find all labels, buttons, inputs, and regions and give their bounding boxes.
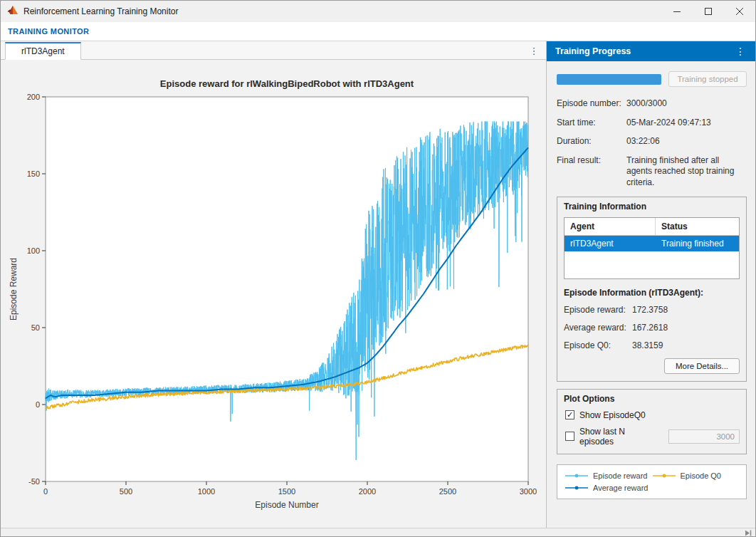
svg-text:Episode Reward: Episode Reward bbox=[9, 258, 19, 320]
maximize-button[interactable] bbox=[693, 1, 724, 22]
app-window: Reinforcement Learning Training Monitor … bbox=[0, 0, 756, 537]
training-stop-button[interactable]: Training stopped bbox=[668, 71, 747, 87]
field-value: 3000/3000 bbox=[626, 98, 747, 110]
legend-line-icon bbox=[565, 484, 589, 491]
training-progress-bar bbox=[557, 74, 661, 85]
progress-row: Training stopped bbox=[557, 71, 747, 87]
last-n-episodes-input[interactable] bbox=[668, 429, 740, 444]
titlebar: Reinforcement Learning Training Monitor bbox=[1, 1, 755, 22]
status-bar bbox=[1, 528, 755, 537]
svg-text:50: 50 bbox=[31, 323, 40, 332]
legend-item-episode-reward: Episode reward bbox=[565, 471, 652, 480]
minimize-icon bbox=[673, 8, 681, 15]
cell-agent: rlTD3Agent bbox=[565, 236, 656, 251]
field-label: Average reward: bbox=[564, 323, 632, 333]
episode-reward-row: Episode reward: 172.3758 bbox=[564, 305, 740, 315]
checkbox-icon[interactable] bbox=[565, 432, 574, 441]
show-episodeq0-checkbox-row[interactable]: ✓ Show EpisodeQ0 bbox=[565, 410, 740, 420]
window-controls bbox=[661, 1, 755, 22]
average-reward-row: Average reward: 167.2618 bbox=[564, 323, 740, 333]
chart-area: -50050100150200050010001500200025003000E… bbox=[1, 60, 546, 528]
more-details-row: More Details... bbox=[564, 358, 740, 374]
svg-text:1500: 1500 bbox=[278, 487, 295, 496]
field-value: 05-Mar-2024 09:47:13 bbox=[626, 118, 747, 129]
field-value: 03:22:06 bbox=[626, 136, 747, 147]
plot-options-panel: Plot Options ✓ Show EpisodeQ0 Show last … bbox=[557, 389, 747, 454]
field-start-time: Start time: 05-Mar-2024 09:47:13 bbox=[557, 118, 747, 129]
field-value: 172.3758 bbox=[632, 305, 668, 315]
legend-item-episode-q0: Episode Q0 bbox=[652, 471, 740, 480]
svg-text:3000: 3000 bbox=[520, 487, 537, 496]
minimize-button[interactable] bbox=[661, 1, 693, 22]
plot-options-title: Plot Options bbox=[564, 394, 740, 404]
main-content: rlTD3Agent ⋮ -50050100150200050010001500… bbox=[1, 41, 755, 528]
ribbon: TRAINING MONITOR bbox=[1, 22, 755, 41]
chart-legend: Episode reward Episode Q0 Average reward bbox=[557, 464, 747, 499]
svg-text:0: 0 bbox=[36, 400, 40, 409]
training-progress-header: Training Progress ⋮ bbox=[547, 41, 755, 61]
svg-text:2000: 2000 bbox=[359, 487, 376, 496]
field-label: Duration: bbox=[557, 136, 626, 146]
svg-text:200: 200 bbox=[27, 93, 40, 101]
tab-training-monitor[interactable]: TRAINING MONITOR bbox=[8, 27, 89, 36]
column-header-status: Status bbox=[656, 218, 739, 235]
svg-text:0: 0 bbox=[43, 487, 48, 496]
legend-label: Average reward bbox=[593, 484, 648, 492]
training-progress-title: Training Progress bbox=[555, 46, 733, 56]
field-label: Start time: bbox=[557, 118, 626, 127]
checkbox-label: Show last N episodes bbox=[579, 427, 658, 447]
svg-text:2500: 2500 bbox=[439, 487, 456, 496]
matlab-icon bbox=[7, 5, 19, 18]
tab-overflow-menu-icon[interactable]: ⋮ bbox=[527, 43, 540, 58]
episode-q0-row: Episode Q0: 38.3159 bbox=[564, 340, 740, 350]
legend-line-icon bbox=[565, 472, 589, 479]
training-information-title: Training Information bbox=[564, 202, 740, 212]
svg-text:-50: -50 bbox=[28, 477, 40, 486]
svg-text:500: 500 bbox=[120, 487, 132, 496]
show-last-n-episodes-checkbox-row[interactable]: Show last N episodes bbox=[565, 427, 740, 447]
svg-text:Episode Number: Episode Number bbox=[255, 500, 318, 510]
statusbar-expand-icon[interactable] bbox=[744, 530, 752, 536]
agent-status-table: Agent Status rlTD3Agent Training finishe… bbox=[564, 217, 740, 279]
episode-information-title: Episode Information (rlTD3Agent): bbox=[564, 288, 740, 298]
field-label: Episode reward: bbox=[564, 305, 632, 315]
field-value: Training finished after all agents reach… bbox=[626, 155, 747, 189]
maximize-icon bbox=[705, 8, 712, 15]
svg-text:1000: 1000 bbox=[198, 487, 215, 496]
table-empty-area bbox=[565, 251, 739, 278]
panel-menu-icon[interactable]: ⋮ bbox=[733, 46, 748, 57]
legend-label: Episode Q0 bbox=[681, 471, 721, 480]
table-header-row: Agent Status bbox=[565, 218, 739, 236]
training-information-panel: Training Information Agent Status rlTD3A… bbox=[557, 197, 747, 382]
episode-reward-chart: -50050100150200050010001500200025003000E… bbox=[1, 60, 546, 526]
field-value: 38.3159 bbox=[632, 340, 663, 350]
training-progress-body: Training stopped Episode number: 3000/30… bbox=[547, 61, 755, 528]
close-icon bbox=[736, 8, 743, 15]
tab-label: rlTD3Agent bbox=[21, 46, 65, 56]
figure-area: rlTD3Agent ⋮ -50050100150200050010001500… bbox=[1, 41, 546, 528]
field-final-result: Final result: Training finished after al… bbox=[557, 155, 747, 189]
training-progress-fill bbox=[557, 74, 661, 85]
field-label: Episode number: bbox=[557, 98, 626, 108]
tab-rltd3agent[interactable]: rlTD3Agent bbox=[5, 42, 81, 60]
training-progress-panel: Training Progress ⋮ Training stopped Epi… bbox=[546, 41, 755, 528]
document-tabbar: rlTD3Agent ⋮ bbox=[1, 41, 546, 60]
checkbox-label: Show EpisodeQ0 bbox=[579, 410, 646, 420]
table-row[interactable]: rlTD3Agent Training finished bbox=[565, 236, 739, 251]
field-episode-number: Episode number: 3000/3000 bbox=[557, 98, 747, 110]
window-title: Reinforcement Learning Training Monitor bbox=[23, 6, 661, 16]
checkbox-icon[interactable]: ✓ bbox=[565, 410, 574, 419]
field-value: 167.2618 bbox=[632, 323, 668, 333]
field-label: Final result: bbox=[557, 155, 626, 165]
cell-status: Training finished bbox=[656, 236, 739, 251]
svg-text:150: 150 bbox=[27, 170, 40, 178]
legend-line-icon bbox=[652, 472, 676, 479]
legend-item-average-reward: Average reward bbox=[565, 484, 652, 492]
svg-text:Episode reward for rlWalkingBi: Episode reward for rlWalkingBipedRobot w… bbox=[160, 78, 414, 89]
field-label: Episode Q0: bbox=[564, 340, 632, 350]
svg-text:100: 100 bbox=[27, 246, 40, 255]
column-header-agent: Agent bbox=[565, 218, 656, 235]
field-duration: Duration: 03:22:06 bbox=[557, 136, 747, 147]
more-details-button[interactable]: More Details... bbox=[664, 358, 740, 374]
close-button[interactable] bbox=[724, 1, 755, 22]
